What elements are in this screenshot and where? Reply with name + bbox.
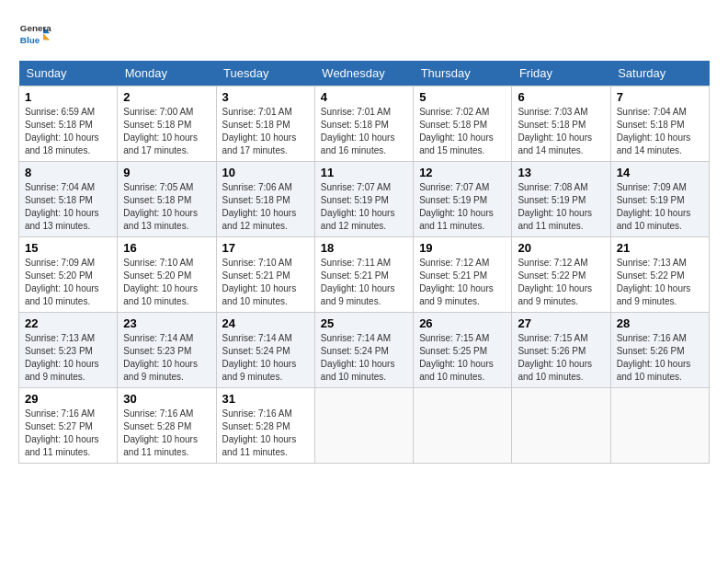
day-info: Sunrise: 7:14 AM Sunset: 5:23 PM Dayligh… <box>123 332 210 384</box>
day-number: 9 <box>123 166 210 179</box>
calendar-cell: 13 Sunrise: 7:08 AM Sunset: 5:19 PM Dayl… <box>512 162 610 237</box>
day-number: 24 <box>222 316 309 330</box>
calendar-cell: 17 Sunrise: 7:10 AM Sunset: 5:21 PM Dayl… <box>216 237 314 313</box>
calendar-cell <box>314 388 413 464</box>
weekday-header-friday: Friday <box>512 61 610 86</box>
calendar-cell: 6 Sunrise: 7:03 AM Sunset: 5:18 PM Dayli… <box>512 86 610 162</box>
day-info: Sunrise: 7:16 AM Sunset: 5:28 PM Dayligh… <box>123 408 210 459</box>
day-info: Sunrise: 7:01 AM Sunset: 5:18 PM Dayligh… <box>321 106 407 157</box>
day-number: 28 <box>617 316 703 330</box>
day-number: 12 <box>419 166 506 179</box>
calendar-cell: 1 Sunrise: 6:59 AM Sunset: 5:18 PM Dayli… <box>19 86 118 162</box>
weekday-header-tuesday: Tuesday <box>216 61 314 86</box>
day-number: 25 <box>321 316 407 330</box>
day-number: 30 <box>123 392 210 406</box>
day-number: 14 <box>617 166 703 179</box>
day-number: 8 <box>25 166 111 179</box>
day-info: Sunrise: 7:09 AM Sunset: 5:20 PM Dayligh… <box>25 257 111 308</box>
calendar-cell: 24 Sunrise: 7:14 AM Sunset: 5:24 PM Dayl… <box>216 313 314 388</box>
weekday-header-saturday: Saturday <box>610 61 709 86</box>
calendar-cell: 20 Sunrise: 7:12 AM Sunset: 5:22 PM Dayl… <box>512 237 610 313</box>
calendar-cell: 18 Sunrise: 7:11 AM Sunset: 5:21 PM Dayl… <box>314 237 413 313</box>
day-number: 6 <box>518 90 604 104</box>
calendar-cell: 7 Sunrise: 7:04 AM Sunset: 5:18 PM Dayli… <box>610 86 709 162</box>
page-header: General Blue <box>18 18 710 52</box>
day-info: Sunrise: 7:12 AM Sunset: 5:22 PM Dayligh… <box>518 257 604 308</box>
day-info: Sunrise: 7:04 AM Sunset: 5:18 PM Dayligh… <box>617 106 703 157</box>
calendar-cell: 27 Sunrise: 7:15 AM Sunset: 5:26 PM Dayl… <box>512 313 610 388</box>
day-number: 23 <box>123 316 210 330</box>
calendar-cell: 5 Sunrise: 7:02 AM Sunset: 5:18 PM Dayli… <box>414 86 512 162</box>
day-number: 27 <box>518 316 604 330</box>
day-number: 17 <box>222 241 309 255</box>
day-info: Sunrise: 6:59 AM Sunset: 5:18 PM Dayligh… <box>25 106 111 157</box>
calendar-cell: 16 Sunrise: 7:10 AM Sunset: 5:20 PM Dayl… <box>118 237 216 313</box>
day-info: Sunrise: 7:08 AM Sunset: 5:19 PM Dayligh… <box>518 181 604 233</box>
day-number: 16 <box>123 241 210 255</box>
calendar-cell: 25 Sunrise: 7:14 AM Sunset: 5:24 PM Dayl… <box>314 313 413 388</box>
day-info: Sunrise: 7:12 AM Sunset: 5:21 PM Dayligh… <box>419 257 506 308</box>
day-info: Sunrise: 7:15 AM Sunset: 5:25 PM Dayligh… <box>419 332 506 384</box>
day-info: Sunrise: 7:02 AM Sunset: 5:18 PM Dayligh… <box>419 106 506 157</box>
day-info: Sunrise: 7:00 AM Sunset: 5:18 PM Dayligh… <box>123 106 210 157</box>
calendar-cell: 26 Sunrise: 7:15 AM Sunset: 5:25 PM Dayl… <box>414 313 512 388</box>
day-info: Sunrise: 7:07 AM Sunset: 5:19 PM Dayligh… <box>419 181 506 233</box>
svg-text:General: General <box>20 23 51 33</box>
day-info: Sunrise: 7:09 AM Sunset: 5:19 PM Dayligh… <box>617 181 703 233</box>
calendar-cell: 14 Sunrise: 7:09 AM Sunset: 5:19 PM Dayl… <box>610 162 709 237</box>
day-number: 18 <box>321 241 407 255</box>
day-number: 13 <box>518 166 604 179</box>
calendar-cell: 8 Sunrise: 7:04 AM Sunset: 5:18 PM Dayli… <box>19 162 118 237</box>
calendar-cell: 2 Sunrise: 7:00 AM Sunset: 5:18 PM Dayli… <box>118 86 216 162</box>
calendar-cell: 19 Sunrise: 7:12 AM Sunset: 5:21 PM Dayl… <box>414 237 512 313</box>
weekday-header-monday: Monday <box>118 61 216 86</box>
day-info: Sunrise: 7:14 AM Sunset: 5:24 PM Dayligh… <box>222 332 309 384</box>
calendar-cell: 28 Sunrise: 7:16 AM Sunset: 5:26 PM Dayl… <box>610 313 709 388</box>
logo: General Blue <box>18 18 51 52</box>
calendar-cell: 3 Sunrise: 7:01 AM Sunset: 5:18 PM Dayli… <box>216 86 314 162</box>
day-info: Sunrise: 7:16 AM Sunset: 5:27 PM Dayligh… <box>25 408 111 459</box>
calendar-cell <box>610 388 709 464</box>
calendar-cell: 10 Sunrise: 7:06 AM Sunset: 5:18 PM Dayl… <box>216 162 314 237</box>
day-info: Sunrise: 7:04 AM Sunset: 5:18 PM Dayligh… <box>25 181 111 233</box>
day-info: Sunrise: 7:13 AM Sunset: 5:22 PM Dayligh… <box>617 257 703 308</box>
day-info: Sunrise: 7:16 AM Sunset: 5:26 PM Dayligh… <box>617 332 703 384</box>
calendar-cell: 23 Sunrise: 7:14 AM Sunset: 5:23 PM Dayl… <box>118 313 216 388</box>
calendar-cell: 4 Sunrise: 7:01 AM Sunset: 5:18 PM Dayli… <box>314 86 413 162</box>
day-info: Sunrise: 7:01 AM Sunset: 5:18 PM Dayligh… <box>222 106 309 157</box>
day-info: Sunrise: 7:15 AM Sunset: 5:26 PM Dayligh… <box>518 332 604 384</box>
calendar-cell: 31 Sunrise: 7:16 AM Sunset: 5:28 PM Dayl… <box>216 388 314 464</box>
calendar-table: SundayMondayTuesdayWednesdayThursdayFrid… <box>18 61 710 464</box>
day-info: Sunrise: 7:11 AM Sunset: 5:21 PM Dayligh… <box>321 257 407 308</box>
day-number: 10 <box>222 166 309 179</box>
weekday-header-thursday: Thursday <box>414 61 512 86</box>
day-info: Sunrise: 7:07 AM Sunset: 5:19 PM Dayligh… <box>321 181 407 233</box>
calendar-cell: 30 Sunrise: 7:16 AM Sunset: 5:28 PM Dayl… <box>118 388 216 464</box>
calendar-cell: 9 Sunrise: 7:05 AM Sunset: 5:18 PM Dayli… <box>118 162 216 237</box>
calendar-cell: 29 Sunrise: 7:16 AM Sunset: 5:27 PM Dayl… <box>19 388 118 464</box>
weekday-header-sunday: Sunday <box>19 61 118 86</box>
day-number: 5 <box>419 90 506 104</box>
day-number: 1 <box>25 90 111 104</box>
day-number: 26 <box>419 316 506 330</box>
calendar-cell: 21 Sunrise: 7:13 AM Sunset: 5:22 PM Dayl… <box>610 237 709 313</box>
day-number: 3 <box>222 90 309 104</box>
day-number: 15 <box>25 241 111 255</box>
day-info: Sunrise: 7:06 AM Sunset: 5:18 PM Dayligh… <box>222 181 309 233</box>
day-number: 7 <box>617 90 703 104</box>
day-info: Sunrise: 7:13 AM Sunset: 5:23 PM Dayligh… <box>25 332 111 384</box>
day-number: 21 <box>617 241 703 255</box>
day-info: Sunrise: 7:03 AM Sunset: 5:18 PM Dayligh… <box>518 106 604 157</box>
day-info: Sunrise: 7:14 AM Sunset: 5:24 PM Dayligh… <box>321 332 407 384</box>
day-info: Sunrise: 7:16 AM Sunset: 5:28 PM Dayligh… <box>222 408 309 459</box>
calendar-cell: 12 Sunrise: 7:07 AM Sunset: 5:19 PM Dayl… <box>414 162 512 237</box>
day-number: 29 <box>25 392 111 406</box>
day-info: Sunrise: 7:10 AM Sunset: 5:21 PM Dayligh… <box>222 257 309 308</box>
logo-icon: General Blue <box>18 18 51 52</box>
day-number: 19 <box>419 241 506 255</box>
day-number: 20 <box>518 241 604 255</box>
calendar-cell: 11 Sunrise: 7:07 AM Sunset: 5:19 PM Dayl… <box>314 162 413 237</box>
day-number: 22 <box>25 316 111 330</box>
calendar-cell: 15 Sunrise: 7:09 AM Sunset: 5:20 PM Dayl… <box>19 237 118 313</box>
day-info: Sunrise: 7:05 AM Sunset: 5:18 PM Dayligh… <box>123 181 210 233</box>
